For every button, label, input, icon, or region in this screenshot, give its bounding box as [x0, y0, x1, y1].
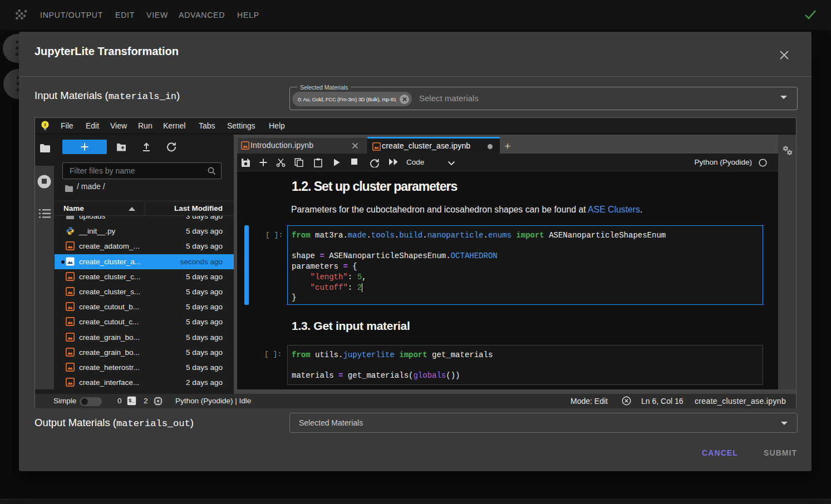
svg-text:$_: $_ — [129, 398, 135, 404]
